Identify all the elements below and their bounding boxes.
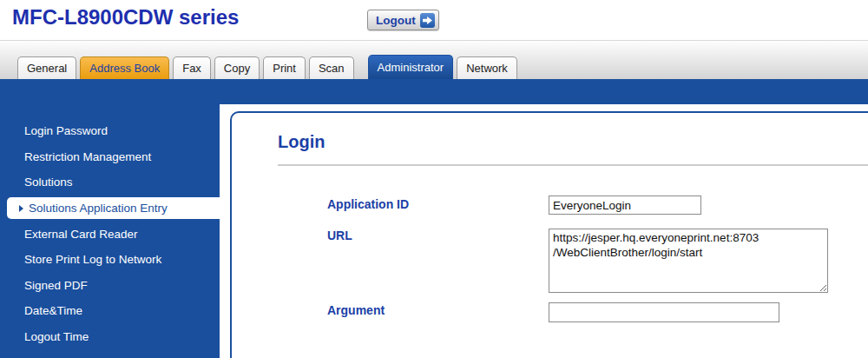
- tab-fax[interactable]: Fax: [173, 56, 211, 79]
- argument-input[interactable]: [549, 302, 779, 322]
- heading-divider: [278, 164, 868, 166]
- sidebar: Login Password Restriction Management So…: [0, 79, 220, 358]
- logout-button[interactable]: Logout: [367, 10, 439, 30]
- application-id-input[interactable]: [549, 196, 701, 215]
- tab-bar: General Address Book Fax Copy Print Scan…: [0, 41, 868, 79]
- sidebar-item-login-password[interactable]: Login Password: [0, 118, 220, 144]
- sidebar-item-date-time[interactable]: Date&Time: [0, 298, 220, 324]
- sidebar-menu: Login Password Restriction Management So…: [0, 118, 220, 349]
- tab-administrator[interactable]: Administrator: [368, 55, 454, 79]
- sidebar-item-solutions[interactable]: Solutions: [0, 169, 220, 196]
- selected-item-arrow-icon: [19, 205, 23, 212]
- sidebar-item-label: Solutions Application Entry: [29, 202, 168, 215]
- content-panel: Login Application ID URL https://jesper.…: [230, 111, 868, 358]
- tab-general[interactable]: General: [17, 56, 76, 79]
- tab-scan[interactable]: Scan: [309, 56, 354, 79]
- page-title: MFC-L8900CDW series: [12, 5, 239, 30]
- logout-label: Logout: [376, 14, 416, 27]
- application-id-label: Application ID: [327, 197, 409, 211]
- sidebar-item-logout-time[interactable]: Logout Time: [0, 324, 220, 350]
- argument-label: Argument: [327, 303, 385, 317]
- url-textarea[interactable]: https://jesper.hq.everyoneprint.net:8703…: [549, 229, 828, 293]
- sidebar-item-signed-pdf[interactable]: Signed PDF: [0, 273, 220, 299]
- logout-arrow-icon: [420, 13, 435, 28]
- section-heading: Login: [278, 132, 325, 152]
- sidebar-item-external-card-reader[interactable]: External Card Reader: [0, 221, 220, 247]
- tab-row: General Address Book Fax Copy Print Scan…: [17, 55, 517, 79]
- header: MFC-L8900CDW series Logout: [0, 0, 868, 41]
- tab-print[interactable]: Print: [263, 56, 306, 79]
- sidebar-item-restriction-management[interactable]: Restriction Management: [0, 144, 220, 170]
- brother-ews-page: MFC-L8900CDW series Logout General Addre…: [0, 0, 868, 358]
- main-area: Login Password Restriction Management So…: [0, 79, 868, 358]
- sidebar-item-store-print-log-to-network[interactable]: Store Print Log to Network: [0, 247, 220, 273]
- tab-address-book[interactable]: Address Book: [80, 56, 169, 79]
- sidebar-item-solutions-application-entry[interactable]: Solutions Application Entry: [7, 197, 220, 220]
- tab-copy[interactable]: Copy: [214, 56, 260, 79]
- url-label: URL: [327, 229, 352, 242]
- tab-network[interactable]: Network: [457, 56, 517, 79]
